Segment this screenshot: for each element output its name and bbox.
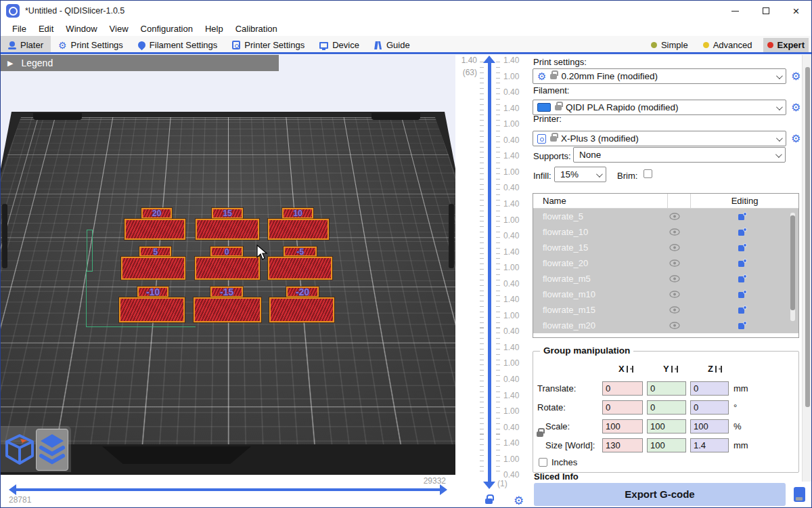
eye-icon[interactable]: [663, 275, 686, 282]
menu-help[interactable]: Help: [199, 24, 229, 34]
preview-view-tile[interactable]: [36, 429, 68, 471]
plate-object-flowrate-0[interactable]: 0: [195, 247, 260, 280]
object-list-scroll-thumb[interactable]: [790, 215, 795, 310]
infill-combo[interactable]: 15%: [554, 167, 606, 182]
scale-z-input[interactable]: [690, 419, 729, 433]
plate-object-flowrate-m15[interactable]: -15: [194, 287, 261, 322]
menu-calibration[interactable]: Calibration: [229, 24, 284, 34]
layer-slider-upper-thumb[interactable]: [483, 56, 495, 63]
object-row-flowrate_m20[interactable]: flowrate_m20: [533, 318, 798, 333]
uniform-scale-lock-icon[interactable]: [537, 431, 543, 437]
editing-icon[interactable]: [686, 321, 798, 330]
translate-y-input[interactable]: [647, 381, 686, 396]
object-row-flowrate_5[interactable]: flowrate_5: [533, 209, 798, 224]
eye-icon[interactable]: [663, 228, 686, 236]
mode-simple[interactable]: Simple: [647, 38, 692, 52]
filament-settings-gear-button[interactable]: ⚙: [791, 102, 800, 113]
scale-x-input[interactable]: [602, 419, 643, 433]
object-row-flowrate_m10[interactable]: flowrate_m10: [533, 287, 798, 302]
plate-object-flowrate-15[interactable]: 15: [196, 208, 259, 240]
object-row-flowrate_10[interactable]: flowrate_10: [533, 224, 798, 240]
size-x-input[interactable]: [602, 438, 643, 452]
print-settings-gear-button[interactable]: ⚙: [791, 71, 800, 82]
editing-column-header[interactable]: Editing: [690, 194, 798, 208]
editing-icon[interactable]: [686, 259, 798, 268]
size-y-input[interactable]: [647, 438, 686, 452]
minimize-button[interactable]: [720, 1, 750, 21]
layer-slider-lower-thumb[interactable]: [483, 482, 495, 489]
size-z-input[interactable]: [690, 438, 729, 452]
viewport-3d[interactable]: 20 15 10 5 0 -5 -10 -15: [1, 55, 455, 475]
supports-combo[interactable]: None: [573, 147, 786, 163]
rotate-z-input[interactable]: [690, 400, 729, 415]
editing-icon[interactable]: [686, 228, 798, 236]
plate-object-flowrate-10[interactable]: 10: [268, 208, 329, 240]
object-row-flowrate_20[interactable]: flowrate_20: [533, 255, 798, 271]
visibility-column-header[interactable]: [667, 194, 690, 208]
tab-plater[interactable]: Plater: [1, 36, 51, 54]
export-gcode-button[interactable]: Export G-code: [534, 483, 786, 506]
3d-view-cube-icon[interactable]: [4, 433, 35, 467]
printer-settings-gear-button[interactable]: ⚙: [791, 133, 800, 144]
eye-icon[interactable]: [663, 291, 686, 298]
layer-tick-label: 1.00: [503, 454, 519, 464]
tab-printer-settings[interactable]: Printer Settings: [225, 36, 312, 54]
eye-icon[interactable]: [663, 259, 686, 267]
sidebar-scroll-thumb[interactable]: [805, 67, 810, 407]
menu-view[interactable]: View: [104, 24, 135, 34]
plate-object-flowrate-m5[interactable]: -5: [268, 247, 332, 280]
brim-checkbox[interactable]: [644, 169, 652, 178]
rotate-y-input[interactable]: [647, 400, 686, 415]
menu-window[interactable]: Window: [60, 24, 103, 34]
editing-icon[interactable]: [686, 243, 798, 252]
plate-object-flowrate-m20[interactable]: -20: [269, 287, 334, 322]
menu-configuration[interactable]: Configuration: [135, 24, 199, 34]
editing-icon[interactable]: [686, 274, 798, 283]
translate-x-input[interactable]: [602, 381, 643, 396]
object-list-header: Name Editing: [533, 194, 798, 209]
printer-preset-combo[interactable]: X-Plus 3 (modified): [533, 131, 786, 146]
tab-print-settings[interactable]: ⚙ Print Settings: [51, 36, 131, 54]
legend-collapser[interactable]: ▶ Legend: [1, 55, 279, 71]
eye-icon[interactable]: [663, 244, 686, 251]
export-to-usb-button[interactable]: [788, 483, 811, 506]
object-row-flowrate_m5[interactable]: flowrate_m5: [533, 271, 798, 287]
plate-object-flowrate-5[interactable]: 5: [121, 247, 185, 280]
preset-lock-icon: [550, 74, 557, 79]
mode-advanced[interactable]: Advanced: [699, 38, 757, 52]
inches-checkbox[interactable]: [539, 458, 547, 467]
print-preset-combo[interactable]: ⚙ 0.20mm Fine (modified): [533, 68, 786, 84]
close-button[interactable]: ×: [781, 1, 811, 21]
name-column-header[interactable]: Name: [533, 196, 667, 206]
tab-guide[interactable]: Guide: [367, 36, 418, 54]
eye-icon[interactable]: [663, 322, 686, 329]
tab-device-label: Device: [332, 40, 359, 50]
scale-y-input[interactable]: [647, 419, 686, 433]
eye-icon[interactable]: [663, 213, 686, 220]
mode-expert[interactable]: Expert: [763, 38, 809, 52]
object-row-flowrate_15[interactable]: flowrate_15: [533, 240, 798, 255]
moves-slider-right-thumb[interactable]: [440, 484, 447, 495]
filament-preset-combo[interactable]: QIDI PLA Rapido (modified): [533, 100, 786, 115]
tab-device[interactable]: Device: [312, 36, 367, 54]
layer-tick-label: 1.40: [503, 56, 519, 65]
moves-slider-track[interactable]: [16, 488, 441, 491]
layer-slider-track[interactable]: [488, 63, 491, 482]
object-list-scrollbar[interactable]: [790, 213, 795, 321]
translate-z-input[interactable]: [690, 381, 729, 396]
sidebar-scrollbar[interactable]: [802, 55, 812, 482]
maximize-button[interactable]: [750, 1, 781, 21]
eye-icon[interactable]: [663, 306, 686, 314]
menu-file[interactable]: File: [6, 24, 32, 34]
menu-edit[interactable]: Edit: [32, 24, 60, 34]
plate-object-flowrate-m10[interactable]: -10: [119, 287, 185, 322]
editing-icon[interactable]: [686, 212, 798, 221]
layer-slider-gear-icon[interactable]: ⚙: [514, 495, 524, 507]
object-row-flowrate_m15[interactable]: flowrate_m15: [533, 302, 798, 318]
tab-filament-settings[interactable]: Filament Settings: [131, 36, 225, 54]
plate-object-flowrate-20[interactable]: 20: [125, 208, 185, 240]
editing-icon[interactable]: [686, 290, 798, 299]
editing-icon[interactable]: [686, 305, 798, 314]
layer-slider-lock-icon[interactable]: [485, 499, 493, 504]
rotate-x-input[interactable]: [602, 400, 643, 415]
